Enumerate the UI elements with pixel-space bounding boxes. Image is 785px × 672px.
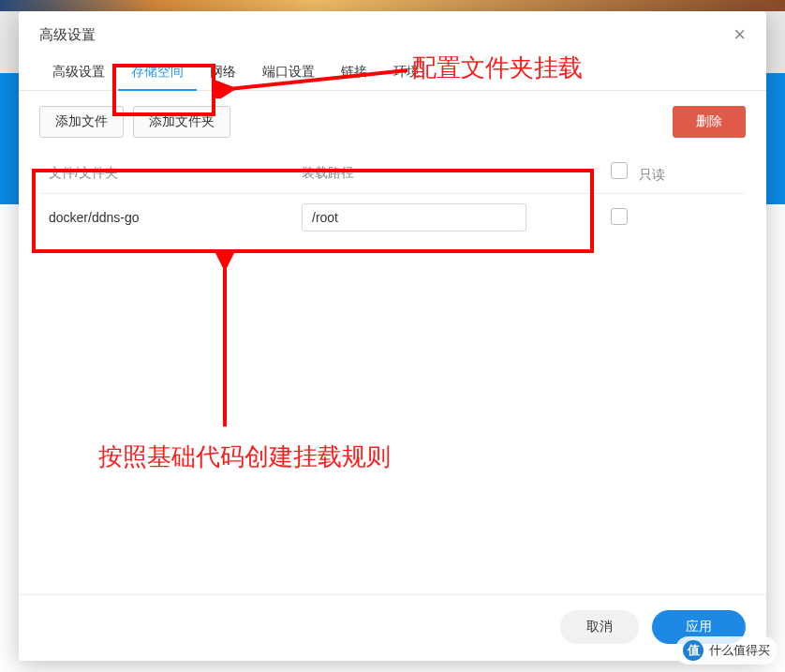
tab-network[interactable]: 网络 — [197, 54, 249, 90]
tab-storage[interactable]: 存储空间 — [118, 54, 197, 90]
col-file: 文件/文件夹 — [39, 153, 292, 194]
delete-button[interactable]: 删除 — [673, 106, 746, 138]
close-icon[interactable]: × — [733, 24, 746, 45]
col-path: 装载路径 — [292, 153, 545, 194]
modal-title: 高级设置 — [39, 26, 96, 44]
watermark-icon: 值 — [683, 640, 704, 661]
tab-env[interactable]: 环境 — [380, 54, 433, 90]
readonly-header-checkbox[interactable] — [611, 162, 628, 179]
readonly-checkbox[interactable] — [611, 208, 628, 225]
modal-advanced-settings: 高级设置 × 高级设置 存储空间 网络 端口设置 链接 环境 添加文件 添加文件… — [19, 11, 766, 661]
tab-links[interactable]: 链接 — [328, 54, 380, 90]
watermark: 值 什么值得买 — [675, 636, 778, 665]
tabs-bar: 高级设置 存储空间 网络 端口设置 链接 环境 — [19, 54, 766, 91]
tab-ports[interactable]: 端口设置 — [249, 54, 328, 90]
cancel-button[interactable]: 取消 — [560, 610, 639, 644]
add-file-button[interactable]: 添加文件 — [39, 106, 124, 138]
mount-table: 文件/文件夹 装载路径 只读 docker/ddns-go — [39, 153, 746, 241]
cell-file: docker/ddns-go — [39, 194, 292, 242]
mount-path-input[interactable] — [302, 203, 526, 231]
watermark-text: 什么值得买 — [709, 642, 770, 659]
col-readonly: 只读 — [601, 153, 746, 194]
table-row[interactable]: docker/ddns-go — [39, 194, 746, 242]
add-folder-button[interactable]: 添加文件夹 — [133, 106, 230, 138]
tab-advanced[interactable]: 高级设置 — [39, 54, 118, 90]
